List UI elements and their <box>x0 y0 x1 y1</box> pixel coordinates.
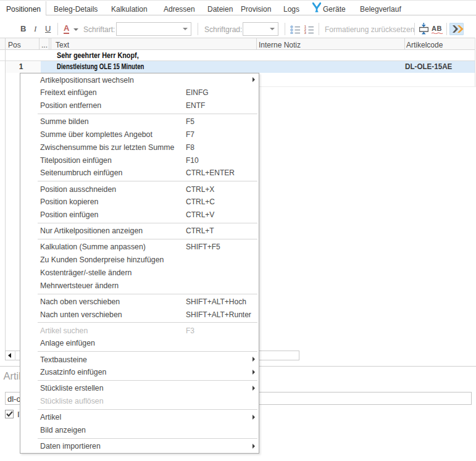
svg-text:3: 3 <box>304 31 306 34</box>
